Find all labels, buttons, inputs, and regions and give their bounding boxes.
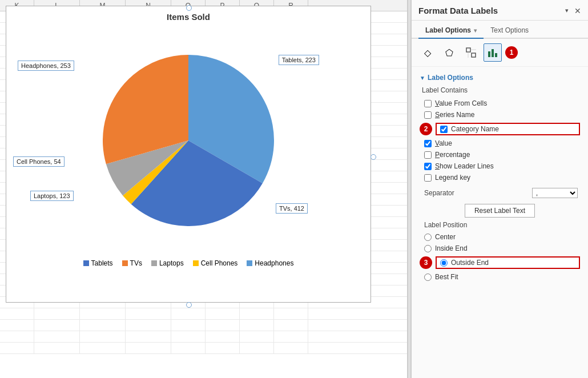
svg-rect-5: [492, 49, 494, 57]
label-position-title: Label Position: [424, 221, 580, 229]
legend-item-headphones: Headphones: [247, 259, 293, 267]
step2-badge: 2: [420, 123, 432, 135]
legend-item-tvs: TVs: [122, 259, 142, 267]
reset-label-text-button[interactable]: Reset Label Text: [465, 204, 535, 218]
category-name-row[interactable]: Category Name: [436, 123, 580, 135]
format-data-labels-panel: Format Data Labels ▾ ✕ Label Options ▾ T…: [411, 0, 588, 378]
panel-header: Format Data Labels ▾ ✕: [412, 0, 588, 21]
tab-text-options[interactable]: Text Options: [484, 24, 535, 39]
resize-handle-right[interactable]: [370, 154, 376, 160]
best-fit-radio-row[interactable]: Best Fit: [420, 271, 580, 283]
value-checkbox[interactable]: [424, 140, 432, 147]
best-fit-radio[interactable]: [424, 274, 432, 281]
panel-tab-row: Label Options ▾ Text Options: [412, 21, 588, 39]
separator-label: Separator: [424, 189, 454, 197]
best-fit-label: Best Fit: [435, 273, 458, 281]
legend-swatch: [247, 260, 252, 266]
step3-badge: 3: [420, 256, 432, 269]
panel-close-button[interactable]: ✕: [574, 6, 581, 15]
svg-rect-0: [466, 48, 470, 52]
legend-key-label: Legend key: [435, 174, 470, 182]
laptops-data-label: Laptops, 123: [30, 191, 74, 201]
icon-row: ◇ ⬠ 1: [412, 39, 588, 67]
chart-title: Items Sold: [12, 12, 365, 22]
legend-swatch: [151, 260, 157, 266]
legend-swatch: [122, 260, 128, 266]
show-leader-lines-label: Show Leader Lines: [435, 162, 494, 170]
tvs-data-label: TVs, 412: [276, 203, 308, 214]
spreadsheet-area: K L M N O P Q R // render grid rows cons…: [0, 0, 408, 378]
legend-label: Headphones: [255, 259, 293, 267]
chart-legend: TabletsTVsLaptopsCell PhonesHeadphones: [12, 259, 365, 267]
separator-select[interactable]: , ; . (newline): [532, 188, 578, 198]
center-radio[interactable]: [424, 234, 432, 241]
outside-end-radio[interactable]: [440, 259, 448, 267]
chart-container[interactable]: Items Sold Head: [6, 6, 371, 303]
inside-end-label: Inside End: [435, 244, 468, 252]
value-from-cells-label: Value From Cells: [435, 99, 487, 107]
reset-btn-container: Reset Label Text: [420, 204, 580, 218]
series-name-checkbox[interactable]: [424, 111, 432, 119]
step1-badge: 1: [505, 46, 518, 59]
resize-handle-bottom[interactable]: [186, 302, 192, 308]
legend-label: Tablets: [91, 259, 113, 267]
tablets-data-label: Tablets, 223: [279, 55, 319, 65]
show-leader-lines-checkbox[interactable]: [424, 163, 432, 170]
shape-icon-button[interactable]: ⬠: [440, 43, 458, 62]
size-icon-button[interactable]: [462, 43, 480, 62]
category-name-label: Category Name: [451, 125, 499, 133]
panel-controls: ▾ ✕: [565, 6, 581, 15]
percentage-label: Percentage: [435, 151, 470, 159]
percentage-row[interactable]: Percentage: [420, 149, 580, 160]
separator-row: Separator , ; . (newline): [420, 186, 580, 200]
headphones-data-label: Headphones, 253: [18, 61, 74, 71]
value-from-cells-row[interactable]: Value From Cells: [420, 98, 580, 109]
legend-key-row[interactable]: Legend key: [420, 172, 580, 183]
label-options-section: ▼ Label Options Label Contains Value Fro…: [412, 69, 588, 287]
resize-handle-top[interactable]: [186, 5, 192, 11]
series-name-row[interactable]: Series Name: [420, 109, 580, 120]
legend-label: Laptops: [159, 259, 184, 267]
value-row[interactable]: Value: [420, 138, 580, 149]
legend-item-tablets: Tablets: [83, 259, 113, 267]
svg-rect-4: [488, 51, 490, 57]
cellphones-data-label: Cell Phones, 54: [13, 156, 65, 167]
inside-end-radio-row[interactable]: Inside End: [420, 243, 580, 254]
center-label: Center: [435, 233, 456, 241]
category-name-checkbox[interactable]: [440, 126, 448, 133]
legend-item-laptops: Laptops: [151, 259, 184, 267]
legend-key-checkbox[interactable]: [424, 174, 432, 182]
tab-label-options[interactable]: Label Options ▾: [418, 24, 484, 39]
panel-content: ▼ Label Options Label Contains Value Fro…: [412, 67, 588, 289]
value-from-cells-checkbox[interactable]: [424, 100, 432, 107]
outside-end-label: Outside End: [451, 259, 489, 267]
show-leader-lines-row[interactable]: Show Leader Lines: [420, 160, 580, 172]
legend-swatch: [193, 260, 199, 266]
section-header[interactable]: ▼ Label Options: [420, 74, 580, 82]
section-triangle-icon: ▼: [420, 75, 425, 81]
percentage-checkbox[interactable]: [424, 151, 432, 159]
outside-end-radio-row[interactable]: Outside End: [436, 256, 580, 269]
series-name-label: Series Name: [435, 111, 474, 119]
legend-label: Cell Phones: [201, 259, 238, 267]
section-title: Label Options: [428, 74, 473, 82]
value-label: Value: [435, 139, 452, 147]
pie-chart[interactable]: [103, 55, 274, 226]
bar-chart-icon-button[interactable]: [484, 43, 502, 62]
panel-arrow-icon[interactable]: ▾: [565, 7, 569, 14]
panel-title: Format Data Labels: [418, 6, 498, 15]
legend-item-cell-phones: Cell Phones: [193, 259, 238, 267]
inside-end-radio[interactable]: [424, 245, 432, 252]
label-contains-title: Label Contains: [422, 86, 580, 94]
pie-area: Headphones, 253 Tablets, 223 Cell Phones…: [12, 26, 365, 255]
fill-icon-button[interactable]: ◇: [418, 43, 437, 62]
svg-rect-1: [472, 53, 476, 57]
legend-label: TVs: [130, 259, 142, 267]
svg-rect-6: [495, 53, 497, 57]
legend-swatch: [83, 260, 89, 266]
center-radio-row[interactable]: Center: [420, 231, 580, 243]
